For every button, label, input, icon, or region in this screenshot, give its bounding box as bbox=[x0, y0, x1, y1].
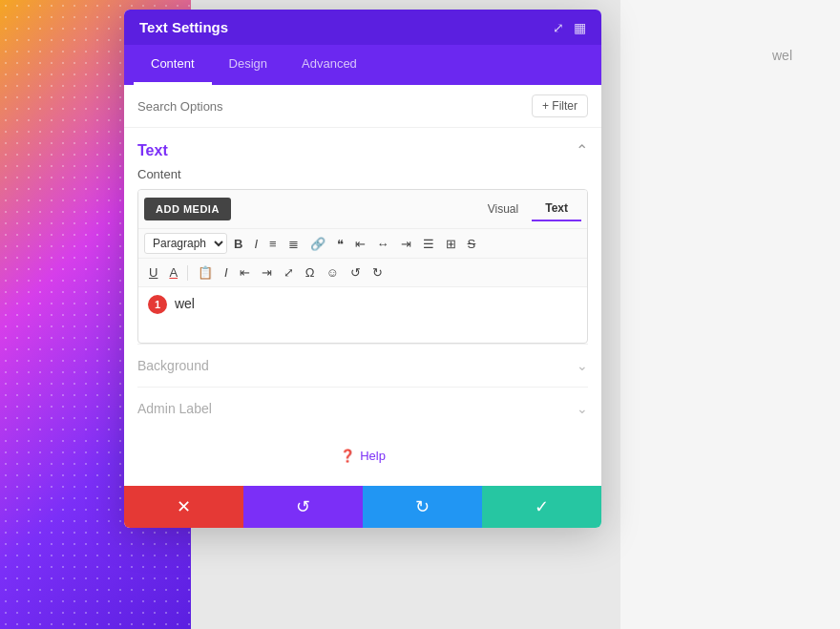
editor-content[interactable]: 1 wel bbox=[138, 287, 587, 343]
paragraph-select[interactable]: Paragraph bbox=[144, 233, 227, 254]
redo-icon: ↻ bbox=[415, 496, 430, 517]
help-link[interactable]: ❓ Help bbox=[137, 449, 588, 463]
cancel-icon: ✕ bbox=[177, 496, 191, 517]
link-button[interactable]: 🔗 bbox=[305, 234, 330, 254]
modal-body: Text ⌃ Content ADD MEDIA Visual Text Par… bbox=[124, 128, 601, 486]
emoji-button[interactable]: ☺ bbox=[321, 262, 343, 283]
underline-button[interactable]: U bbox=[144, 262, 162, 283]
indent-right-button[interactable]: ⇥ bbox=[257, 262, 277, 283]
text-section-header: Text ⌃ bbox=[137, 128, 588, 167]
italic2-button[interactable]: I bbox=[220, 262, 233, 283]
save-icon: ✓ bbox=[535, 496, 549, 517]
text-color-button[interactable]: A bbox=[164, 262, 182, 283]
search-input[interactable] bbox=[137, 99, 524, 114]
text-settings-modal: Text Settings ⤢ ▦ Content Design Advance… bbox=[124, 10, 601, 528]
background-section[interactable]: Background ⌄ bbox=[137, 344, 588, 387]
step-badge: 1 bbox=[148, 295, 167, 314]
undo-button[interactable]: ↺ bbox=[346, 262, 366, 283]
redo-footer-button[interactable]: ↻ bbox=[363, 486, 482, 528]
toolbar-divider-1 bbox=[187, 265, 188, 281]
paste-button[interactable]: 📋 bbox=[193, 262, 218, 283]
columns-icon[interactable]: ▦ bbox=[574, 20, 586, 35]
modal-header-icons: ⤢ ▦ bbox=[553, 20, 586, 35]
tab-advanced[interactable]: Advanced bbox=[284, 45, 374, 85]
search-bar: + Filter bbox=[124, 85, 601, 128]
modal-header: Text Settings ⤢ ▦ bbox=[124, 10, 601, 45]
admin-label-section[interactable]: Admin Label ⌄ bbox=[137, 387, 588, 430]
bold-button[interactable]: B bbox=[229, 234, 247, 254]
italic-button[interactable]: I bbox=[249, 234, 262, 254]
align-justify-button[interactable]: ☰ bbox=[418, 234, 439, 254]
text-section-title: Text bbox=[137, 142, 168, 159]
tab-design[interactable]: Design bbox=[212, 45, 284, 85]
tab-content[interactable]: Content bbox=[134, 45, 212, 85]
background-title: Background bbox=[137, 358, 209, 373]
content-label: Content bbox=[137, 167, 588, 181]
redo-button[interactable]: ↻ bbox=[368, 262, 388, 283]
help-circle-icon: ❓ bbox=[340, 449, 355, 463]
background-chevron-icon: ⌄ bbox=[577, 358, 588, 373]
align-center-button[interactable]: ↔ bbox=[372, 234, 394, 254]
help-label: Help bbox=[360, 449, 386, 463]
save-button[interactable]: ✓ bbox=[482, 486, 601, 528]
align-right-button[interactable]: ⇥ bbox=[396, 234, 416, 254]
indent-left-button[interactable]: ⇤ bbox=[235, 262, 255, 283]
admin-label-title: Admin Label bbox=[137, 401, 212, 416]
omega-button[interactable]: Ω bbox=[301, 262, 320, 283]
ordered-list-button[interactable]: ≣ bbox=[284, 234, 304, 254]
editor-text: wel bbox=[175, 296, 195, 311]
help-area: ❓ Help bbox=[137, 430, 588, 472]
strikethrough-button[interactable]: S bbox=[463, 234, 481, 254]
expand-icon[interactable]: ⤢ bbox=[553, 20, 564, 35]
cancel-button[interactable]: ✕ bbox=[124, 486, 243, 528]
expand-button[interactable]: ⤢ bbox=[279, 262, 299, 283]
editor-container: ADD MEDIA Visual Text Paragraph B I ≡ ≣ … bbox=[137, 189, 588, 344]
bg-right bbox=[620, 0, 840, 629]
admin-label-chevron-icon: ⌄ bbox=[577, 401, 588, 416]
view-toggle: Visual Text bbox=[474, 197, 587, 221]
visual-view-button[interactable]: Visual bbox=[474, 197, 532, 221]
unordered-list-button[interactable]: ≡ bbox=[264, 234, 282, 254]
toolbar-row-2: U A 📋 I ⇤ ⇥ ⤢ Ω ☺ ↺ ↻ bbox=[138, 259, 587, 287]
add-media-button[interactable]: ADD MEDIA bbox=[144, 198, 231, 220]
modal-title: Text Settings bbox=[139, 19, 228, 35]
filter-button[interactable]: + Filter bbox=[532, 94, 588, 117]
text-view-button[interactable]: Text bbox=[532, 197, 581, 221]
modal-tabs: Content Design Advanced bbox=[124, 45, 601, 85]
undo-footer-button[interactable]: ↺ bbox=[243, 486, 363, 528]
undo-icon: ↺ bbox=[296, 496, 310, 517]
modal-footer: ✕ ↺ ↻ ✓ bbox=[124, 486, 601, 528]
text-section-toggle[interactable]: ⌃ bbox=[576, 141, 588, 159]
table-button[interactable]: ⊞ bbox=[441, 234, 461, 254]
align-left-button[interactable]: ⇤ bbox=[350, 234, 370, 254]
corner-hint: wel bbox=[772, 48, 792, 63]
blockquote-button[interactable]: ❝ bbox=[332, 234, 348, 254]
toolbar-row-1: Paragraph B I ≡ ≣ 🔗 ❝ ⇤ ↔ ⇥ ☰ ⊞ S bbox=[138, 229, 587, 259]
